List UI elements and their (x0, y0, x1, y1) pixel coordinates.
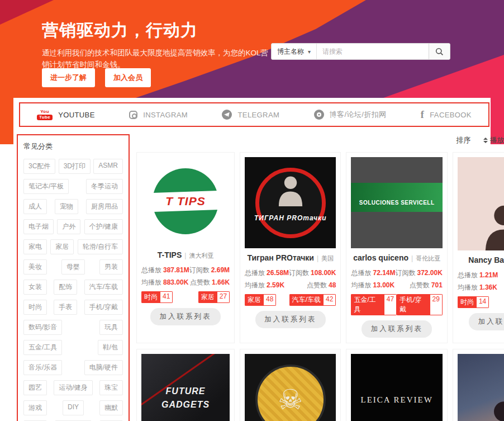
category-badges-row: 家居48 汽车/车载42 (245, 294, 336, 306)
category-tag[interactable]: 电脑/硬件 (84, 360, 123, 375)
category-tag[interactable]: 鞋/包 (98, 340, 123, 355)
name-region-separator: | (317, 254, 318, 262)
add-to-contact-button[interactable]: 加入联系列表 (469, 313, 504, 330)
total-views-label: 总播放 (245, 268, 265, 278)
category-tag[interactable]: 配饰 (54, 280, 77, 295)
category-tag[interactable]: 宠物 (55, 199, 78, 214)
kol-avatar[interactable]: T TIPS (141, 157, 230, 245)
category-tag[interactable]: 母婴 (61, 259, 85, 275)
category-tag[interactable]: 五金/工具 (23, 340, 62, 355)
join-member-button[interactable]: 加入会员 (105, 68, 151, 87)
likes-value: 48 (329, 281, 336, 289)
kol-list-area: 排序 播放量 订阅数 (136, 134, 504, 421)
avatar-text: FUTURE GADGETS (141, 385, 230, 411)
tab-blog-forum[interactable]: 博客/论坛/折扣网 (314, 110, 387, 120)
kol-name[interactable]: T-TIPS (158, 250, 182, 259)
hero-buttons: 进一步了解 加入会员 (42, 68, 151, 87)
category-badge[interactable]: 汽车/车载42 (289, 294, 336, 306)
category-tag[interactable]: 游戏 (23, 400, 47, 415)
category-tag[interactable]: 幽默 (99, 400, 123, 415)
likes-label: 点赞数 (307, 281, 327, 290)
avg-views-label: 均播放 (245, 281, 265, 290)
total-views-label: 总播放 (141, 266, 161, 275)
category-tag[interactable]: 汽车/车载 (84, 280, 123, 295)
sort-bar: 排序 播放量 订阅数 (136, 134, 504, 152)
avg-views-value: 1.36K (479, 283, 497, 291)
category-tag[interactable]: 手机/穿戴 (84, 300, 123, 315)
kol-name[interactable]: carlos quiceno (353, 253, 408, 262)
add-to-contact-button[interactable]: 加入联系列表 (150, 308, 221, 325)
category-badges-row: 时尚14 家居10 (458, 296, 504, 308)
category-tag[interactable]: 冬季运动 (86, 179, 123, 194)
category-tag[interactable]: 运动/健身 (54, 380, 92, 395)
kol-name-row: Тигран PROтачки | 美国 (245, 253, 336, 263)
search-input[interactable] (317, 44, 429, 59)
page-title: 营销驱动力，行动力 (42, 19, 198, 42)
filter-sidebar: 常见分类 3C配件 3D打印 ASMR 笔记本/平板 冬季运动 成人 (17, 134, 130, 421)
page-subtitle: 通过利用我们的技术和团队最大限度地提高营销效率，为您的KOL营销计划节省时间和金… (42, 47, 272, 70)
category-tag[interactable]: DIY (63, 400, 84, 415)
category-badge[interactable]: 时尚41 (141, 291, 173, 303)
category-tag[interactable]: ASMR (93, 159, 123, 174)
category-badges-row: 时尚41 家居27 (141, 291, 230, 303)
kol-avatar[interactable]: SOLUCIONES SERVICELL (351, 157, 442, 248)
category-tag[interactable]: 玩具 (99, 320, 123, 335)
kol-avatar[interactable]: FUTURE GADGETS (141, 354, 230, 421)
stats-row-1: 总播放 1.21M 订阅数 25.90K (458, 271, 504, 280)
category-tag[interactable]: 数码/影音 (23, 320, 62, 335)
category-tag[interactable]: 美妆 (23, 259, 47, 275)
content-area: 常见分类 3C配件 3D打印 ASMR 笔记本/平板 冬季运动 成人 (13, 127, 491, 421)
category-tag[interactable]: 成人 (23, 199, 47, 214)
kol-avatar[interactable]: ТИГРАН PROтачки (245, 157, 336, 248)
kol-card: ТИГРАН PROтачки Тигран PROтачки | 美国 总播放… (240, 152, 341, 343)
tab-instagram[interactable]: INSTAGRAM (129, 111, 188, 119)
category-tag[interactable]: 园艺 (23, 380, 47, 395)
add-to-contact-button[interactable]: 加入联系列表 (362, 320, 432, 338)
kol-avatar[interactable] (458, 354, 504, 421)
category-tag[interactable]: 手表 (54, 300, 77, 315)
category-tag[interactable]: 家居 (50, 239, 74, 254)
category-tag[interactable]: 家电 (23, 239, 47, 254)
category-tag[interactable]: 笔记本/平板 (23, 179, 69, 194)
search-button[interactable] (429, 44, 450, 59)
stats-row-2: 均播放 2.59K 点赞数 48 (245, 281, 336, 290)
category-tag[interactable]: 户外 (57, 219, 80, 234)
kol-avatar[interactable] (458, 157, 504, 250)
kol-avatar[interactable]: LEICA REVIEW (351, 354, 442, 421)
chevron-down-icon: ▾ (308, 49, 311, 55)
category-badge[interactable]: 五金/工具47 (351, 294, 397, 315)
tab-youtube[interactable]: YouTube YOUTUBE (37, 110, 95, 120)
tab-facebook[interactable]: f FACEBOOK (421, 110, 472, 120)
category-badge[interactable]: 手机/穿戴29 (397, 294, 443, 315)
category-tag[interactable]: 个护/健康 (84, 219, 123, 234)
learn-more-button[interactable]: 进一步了解 (42, 68, 95, 87)
category-tag[interactable]: 轮滑/自行车 (78, 239, 123, 254)
kol-avatar[interactable] (245, 354, 336, 421)
kol-name[interactable]: Nancy Badillo (468, 256, 504, 264)
sort-by-views[interactable]: 播放量 (483, 135, 504, 145)
tab-label: YOUTUBE (58, 111, 95, 119)
category-tag[interactable]: 女装 (23, 280, 47, 295)
subscribers-label: 订阅数 (289, 268, 309, 278)
add-to-contact-button[interactable]: 加入联系列表 (255, 311, 326, 328)
category-tag[interactable]: 3C配件 (23, 159, 55, 174)
avg-views-value: 13.00K (373, 281, 394, 289)
likes-value: 701 (431, 281, 443, 289)
kol-name[interactable]: Тигран PROтачки (247, 253, 314, 262)
name-region-separator: | (184, 252, 186, 259)
category-tag[interactable]: 男装 (99, 259, 123, 275)
category-tag[interactable]: 3D打印 (59, 159, 91, 174)
category-tag[interactable]: 珠宝 (99, 380, 123, 395)
category-tag[interactable]: 时尚 (23, 300, 47, 315)
category-tag[interactable]: 电子烟 (23, 219, 54, 234)
sort-arrows-icon (483, 138, 488, 143)
avg-views-label: 均播放 (141, 278, 161, 287)
search-category-dropdown[interactable]: 博主名称 ▾ (272, 44, 317, 59)
tab-telegram[interactable]: TELEGRAM (222, 110, 279, 120)
category-badge[interactable]: 家居27 (198, 291, 230, 303)
category-tag[interactable]: 厨房用品 (86, 199, 123, 214)
category-badge[interactable]: 家居48 (245, 294, 276, 306)
category-badge[interactable]: 时尚14 (458, 296, 489, 308)
category-tag[interactable]: 音乐/乐器 (23, 360, 62, 375)
stats-row-2: 均播放 13.00K 点赞数 701 (351, 281, 442, 290)
